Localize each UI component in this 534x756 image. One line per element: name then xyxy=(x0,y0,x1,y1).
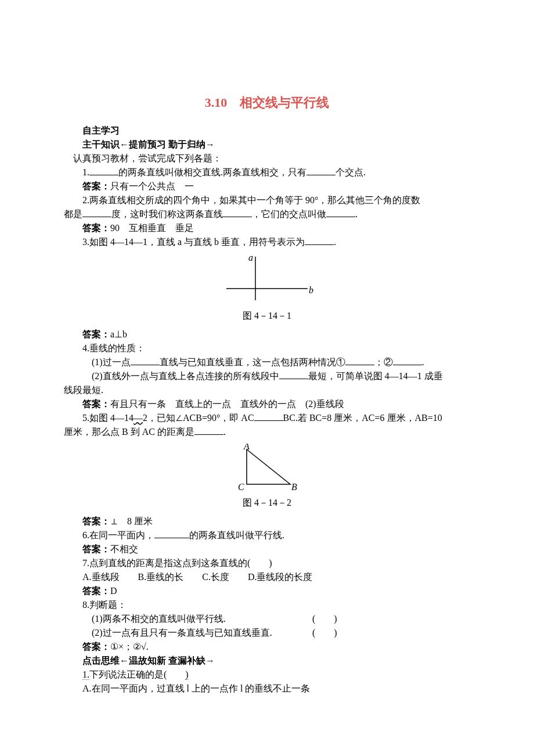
answer-text: 不相交 xyxy=(110,544,138,554)
question-4-2a: (2)直线外一点与直线上各点连接的所有线段中最短，可简单说图 4—14—1 成垂 xyxy=(64,369,470,383)
answer-label: 答案： xyxy=(82,181,110,191)
q5a: 5.如图 4—14—2，已知∠ACB=90°，即 AC xyxy=(82,413,254,423)
fig2-C: C xyxy=(238,482,244,492)
answer-text: D xyxy=(110,586,117,596)
answer-4: 答案：有且只有一条 直线上的一点 直线外的一点 (2)垂线段 xyxy=(64,397,470,411)
answer-text: 有且只有一条 直线上的一点 直线外的一点 (2)垂线段 xyxy=(110,399,344,409)
q6b: 的两条直线叫做平行线. xyxy=(189,530,284,540)
answer-text: ①×；②√. xyxy=(110,642,149,651)
answer-3: 答案：a⊥b xyxy=(64,327,470,341)
q4-2a: (2)直线外一点与直线上各点连接的所有线段中 xyxy=(92,371,279,381)
blank xyxy=(305,236,334,245)
answer-text: 90 互相垂直 垂足 xyxy=(110,223,194,233)
question-7-options: A.垂线段 B.垂线的长 C.长度 D.垂线段的长度 xyxy=(64,570,470,584)
section-heading: 自主学习 xyxy=(64,124,470,138)
blank xyxy=(89,166,118,175)
svg-marker-2 xyxy=(247,449,290,484)
page-title: 3.10 相交线与平行线 xyxy=(64,93,470,112)
blank xyxy=(154,529,189,538)
q8-2-text: (2)过一点有且只有一条直线与已知直线垂直. xyxy=(92,626,312,640)
q2-part-d: ，它们的交点叫做 xyxy=(252,209,326,219)
fig1-label-b: b xyxy=(309,285,313,295)
q3-part-a: 3.如图 4—14—1，直线 a 与直线 b 垂直，用符号表示为 xyxy=(82,237,305,247)
section2-subheading: 点击思维←温故知新 查漏补缺→ xyxy=(64,654,470,668)
blank xyxy=(393,356,422,365)
paren-blank: ( ) xyxy=(312,612,337,626)
fig1-label-a: a xyxy=(248,254,253,262)
q4-1d: . xyxy=(422,357,424,367)
q1-part-b: 的两条直线叫做相交直线.两条直线相交，只有 xyxy=(118,167,306,177)
question-8-2: (2)过一点有且只有一条直线与已知直线垂直. ( ) xyxy=(64,626,470,640)
figure-caption: 图 4－14－1 xyxy=(64,309,470,323)
option-A: A.垂线段 xyxy=(82,572,120,582)
q5c: 厘米，那么点 B 到 AC 的距离是 xyxy=(64,427,194,437)
blank xyxy=(279,370,308,379)
sec2-q1-option-A: A.在同一平面内，过直线 l 上的一点作 l 的垂线不止一条 xyxy=(64,682,470,696)
answer-label: 答案： xyxy=(82,223,110,233)
paren-blank: ( ) xyxy=(312,626,337,640)
question-4-head: 4.垂线的性质： xyxy=(64,341,470,355)
section-subheading: 主干知识←提前预习 勤于归纳→ xyxy=(64,138,470,152)
figure-caption: 图 4－14－2 xyxy=(64,496,470,510)
question-8-1: (1)两条不相交的直线叫做平行线. ( ) xyxy=(64,612,470,626)
question-4-2c: 线段最短. xyxy=(64,383,470,397)
blank xyxy=(306,166,335,175)
answer-label: 答案： xyxy=(82,329,110,339)
q1-part-c: 个交点. xyxy=(335,167,366,177)
answer-6: 答案：不相交 xyxy=(64,542,470,556)
question-7: 7.点到直线的距离是指这点到这条直线的( ) xyxy=(64,556,470,570)
answer-text: ⊥ 8 厘米 xyxy=(110,516,153,526)
blank xyxy=(254,412,283,421)
answer-2: 答案：90 互相垂直 垂足 xyxy=(64,221,470,235)
q2-part-e: . xyxy=(355,209,358,219)
answer-label: 答案： xyxy=(82,586,110,596)
q5b: BC.若 BC=8 厘米，AC=6 厘米，AB=10 xyxy=(283,413,442,423)
figure-4-14-1: a b 图 4－14－1 xyxy=(64,254,470,323)
q5d: . xyxy=(223,427,226,437)
q2-part-c: 度，这时我们称这两条直线 xyxy=(111,209,223,219)
answer-label: 答案： xyxy=(82,642,110,651)
answer-7: 答案：D xyxy=(64,584,470,598)
q2-part-b: 都是 xyxy=(64,209,82,219)
question-4-1: (1)过一点直线与已知直线垂直，这一点包括两种情况①；②. xyxy=(64,355,470,369)
fig2-B: B xyxy=(291,482,297,492)
answer-5: 答案：⊥ 8 厘米 xyxy=(64,514,470,528)
q3-part-b: . xyxy=(334,237,336,247)
question-6: 6.在同一平面内，的两条直线叫做平行线. xyxy=(64,528,470,542)
answer-label: 答案： xyxy=(82,544,110,554)
fig2-A: A xyxy=(243,444,250,451)
question-2-line1: 2.两条直线相交所成的四个角中，如果其中一个角等于 90°，那么其他三个角的度数 xyxy=(64,193,470,207)
answer-text: 只有一个公共点 一 xyxy=(110,181,194,191)
answer-1: 答案：只有一个公共点 一 xyxy=(64,179,470,193)
answer-text: a⊥b xyxy=(110,329,127,339)
q4-1b: 直线与已知直线垂直，这一点包括两种情况① xyxy=(160,357,345,367)
q4-2b: 最短，可简单说图 4—14—1 成垂 xyxy=(308,371,443,381)
question-1: 1.的两条直线叫做相交直线.两条直线相交，只有个交点. xyxy=(64,165,470,179)
answer-label: 答案： xyxy=(82,516,110,526)
q4-1c: ；② xyxy=(374,357,393,367)
q1-part-a: 1. xyxy=(82,167,89,177)
sec2-question-1: 1.下列说法正确的是( ) xyxy=(64,668,470,682)
q6a: 6.在同一平面内， xyxy=(82,530,154,540)
question-5-line1: 5.如图 4—14—2，已知∠ACB=90°，即 ACBC.若 BC=8 厘米，… xyxy=(64,411,470,425)
option-B: B.垂线的长 xyxy=(138,572,184,582)
answer-8: 答案：①×；②√. xyxy=(64,640,470,654)
figure-4-14-2: A B C 图 4－14－2 xyxy=(64,444,470,510)
blank xyxy=(82,208,111,217)
q4-1a: (1)过一点 xyxy=(92,357,131,367)
blank xyxy=(131,356,160,365)
q8-1-text: (1)两条不相交的直线叫做平行线. xyxy=(92,612,312,626)
option-C: C.长度 xyxy=(202,572,229,582)
option-D: D.垂线段的长度 xyxy=(248,572,313,582)
question-5-line2: 厘米，那么点 B 到 AC 的距离是. xyxy=(64,425,470,439)
intro-text: 认真预习教材，尝试完成下列各题： xyxy=(64,152,470,165)
blank xyxy=(345,356,374,365)
blank xyxy=(326,208,355,217)
blank xyxy=(223,208,252,217)
question-2-line2: 都是度，这时我们称这两条直线，它们的交点叫做. xyxy=(64,207,470,221)
question-3: 3.如图 4—14—1，直线 a 与直线 b 垂直，用符号表示为. xyxy=(64,235,470,249)
blank xyxy=(194,426,223,435)
answer-label: 答案： xyxy=(82,399,110,409)
question-8: 8.判断题： xyxy=(64,598,470,612)
